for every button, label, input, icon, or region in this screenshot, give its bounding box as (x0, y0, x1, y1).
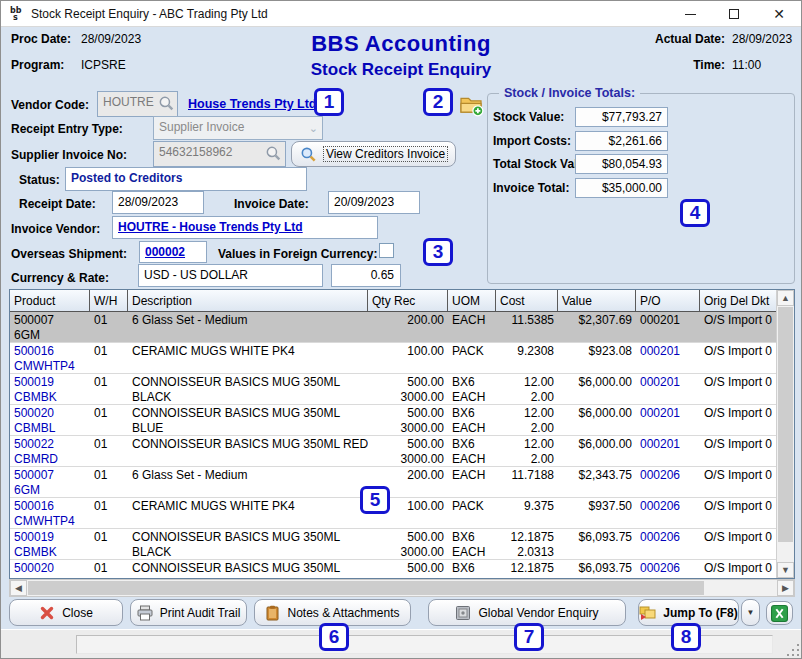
cell-product-link[interactable]: CBMBL (14, 421, 86, 435)
scroll-down-icon[interactable]: ▼ (777, 562, 794, 578)
cell-uom: BX6EACH (448, 436, 496, 466)
maximize-button[interactable] (712, 1, 756, 27)
view-creditors-invoice-button[interactable]: View Creditors Invoice (291, 141, 456, 167)
jump-to-dropdown-button[interactable]: ▼ (741, 599, 760, 626)
cell-product-link[interactable]: 6GM (14, 328, 86, 342)
cell-product-link[interactable]: 500016 (14, 344, 86, 359)
cell-purchase-order-link[interactable]: 000201 (640, 406, 696, 421)
cell-warehouse-text: 01 (94, 344, 124, 359)
notes-attachments-button[interactable]: Notes & Attachments (254, 599, 411, 626)
table-row[interactable]: 500019CBMBK01CONNOISSEUR BASICS MUG 350M… (10, 529, 776, 560)
column-header-value[interactable]: Value (558, 290, 636, 311)
cell-product-link[interactable]: 6GM (14, 483, 86, 497)
column-header-cost[interactable]: Cost (496, 290, 558, 311)
horizontal-scrollbar[interactable]: ◀ ▶ (9, 579, 795, 597)
cell-product-link[interactable]: 500019 (14, 375, 86, 390)
column-header-w-h[interactable]: W/H (90, 290, 128, 311)
grid-body: 5000076GM016 Glass Set - Medium 200.00 E… (10, 312, 776, 578)
horizontal-scrollbar-thumb[interactable] (28, 581, 704, 595)
cell-product-link[interactable]: 500016 (14, 499, 86, 514)
cell-qty-received: 500.003000.00 (368, 529, 448, 559)
cell-purchase-order-link[interactable]: 000201 (640, 344, 696, 359)
cell-purchase-order: 000201 (636, 405, 700, 435)
table-row[interactable]: 5000076GM016 Glass Set - Medium 200.00 E… (10, 467, 776, 498)
cell-purchase-order-link[interactable]: 000201 (640, 313, 696, 328)
supplier-invoice-no-field[interactable]: 54632158962 (153, 141, 286, 167)
cell-uom-text: EACH (452, 421, 492, 435)
scroll-right-icon[interactable]: ▶ (777, 580, 794, 596)
scroll-left-icon[interactable]: ◀ (10, 580, 27, 596)
table-row[interactable]: 5000076GM016 Glass Set - Medium 200.00 E… (10, 312, 776, 343)
cell-purchase-order-link[interactable]: 000206 (640, 561, 696, 576)
print-audit-trail-button[interactable]: Print Audit Trail (130, 599, 247, 626)
cell-uom-text: EACH (452, 390, 492, 404)
cell-product-link[interactable]: CMWHTP4 (14, 359, 86, 373)
cell-product-link[interactable]: CBMBK (14, 545, 86, 559)
table-row[interactable]: 500016CMWHTP401CERAMIC MUGS WHITE PK4 10… (10, 498, 776, 529)
cell-value: $6,000.00 (558, 374, 636, 404)
cell-product-link[interactable]: 500022 (14, 437, 86, 452)
vertical-scrollbar[interactable]: ▲ ▼ (776, 290, 794, 578)
cell-uom: BX6EACH (448, 374, 496, 404)
proc-date-value: 28/09/2023 (81, 32, 141, 46)
jump-to-button[interactable]: Jump To (F8) (638, 599, 739, 626)
table-row[interactable]: 500019CBMBK01CONNOISSEUR BASICS MUG 350M… (10, 374, 776, 405)
cell-purchase-order-link[interactable]: 000206 (640, 499, 696, 514)
vertical-scrollbar-thumb[interactable] (778, 307, 793, 542)
cell-product-link[interactable]: 500020 (14, 561, 86, 576)
close-button[interactable]: Close (9, 599, 123, 626)
global-vendor-enquiry-button[interactable]: Global Vendor Enquiry (428, 599, 626, 626)
vendor-search-icon[interactable] (158, 95, 175, 112)
overseas-shipment-link[interactable]: 000002 (145, 245, 185, 259)
cell-value: $6,000.00 (558, 405, 636, 435)
column-header-orig-del-dkt[interactable]: Orig Del Dkt (700, 290, 776, 311)
minimize-button[interactable] (668, 1, 712, 27)
cell-warehouse-text: 01 (94, 530, 124, 545)
status-bar-message-field (76, 635, 773, 654)
invoice-vendor-link[interactable]: HOUTRE - House Trends Pty Ltd (118, 220, 303, 234)
cell-product-link[interactable]: 500020 (14, 406, 86, 421)
column-header-uom[interactable]: UOM (448, 290, 496, 311)
cell-product-link[interactable]: 500007 (14, 313, 86, 328)
cell-product-link[interactable]: CBMBK (14, 390, 86, 404)
cell-cost-text (500, 514, 554, 528)
table-row[interactable]: 500020 01CONNOISSEUR BASICS MUG 350ML 50… (10, 560, 776, 578)
table-row[interactable]: 500020CBMBL01CONNOISSEUR BASICS MUG 350M… (10, 405, 776, 436)
cell-product-link[interactable]: 500019 (14, 530, 86, 545)
cell-orig-del-docket: O/S Import 0 (700, 343, 776, 373)
column-header-p-o[interactable]: P/O (636, 290, 700, 311)
column-header-qty-rec[interactable]: Qty Rec (368, 290, 448, 311)
program-value: ICPSRE (81, 58, 126, 72)
cell-purchase-order-link[interactable]: 000206 (640, 468, 696, 483)
foreign-currency-checkbox[interactable] (379, 243, 394, 258)
vendor-name-link[interactable]: House Trends Pty Ltd (188, 97, 317, 111)
invoice-search-icon[interactable] (265, 145, 282, 162)
cell-value-text: $937.50 (562, 499, 632, 514)
cell-value-text: $2,343.75 (562, 468, 632, 483)
column-header-description[interactable]: Description (128, 290, 368, 311)
cell-value-text: $6,093.75 (562, 561, 632, 576)
cell-product-link[interactable]: CBMRD (14, 452, 86, 466)
cell-purchase-order-link[interactable]: 000201 (640, 437, 696, 452)
vendor-code-field[interactable]: HOUTRE (97, 91, 178, 117)
table-row[interactable]: 500022CBMRD01CONNOISSEUR BASICS MUG 350M… (10, 436, 776, 467)
attachments-folder-plus-icon[interactable] (458, 92, 484, 117)
stock-receipt-enquiry-window: bb s Stock Receipt Enquiry - ABC Trading… (0, 0, 802, 659)
table-row[interactable]: 500016CMWHTP401CERAMIC MUGS WHITE PK4 10… (10, 343, 776, 374)
cell-product-link[interactable]: CMWHTP4 (14, 514, 86, 528)
column-header-product[interactable]: Product (10, 290, 90, 311)
cell-product-link[interactable]: 500007 (14, 468, 86, 483)
cell-qty-received-text: 3000.00 (372, 421, 444, 435)
cell-qty-received-text: 200.00 (372, 313, 444, 328)
resize-grip[interactable] (787, 644, 799, 656)
cell-purchase-order-link[interactable]: 000206 (640, 530, 696, 545)
cell-orig-del-docket-text: O/S Import 0 (704, 375, 772, 390)
receipt-date-value: 28/09/2023 (118, 195, 178, 209)
scroll-up-icon[interactable]: ▲ (777, 290, 794, 306)
cell-purchase-order-link[interactable]: 000201 (640, 375, 696, 390)
receipt-entry-type-select[interactable]: Supplier Invoice ⌄ (153, 116, 323, 140)
excel-export-button[interactable] (766, 601, 793, 625)
program-label: Program: (11, 58, 64, 72)
close-window-button[interactable]: ✕ (756, 1, 802, 27)
cell-product: 500022CBMRD (10, 436, 90, 466)
